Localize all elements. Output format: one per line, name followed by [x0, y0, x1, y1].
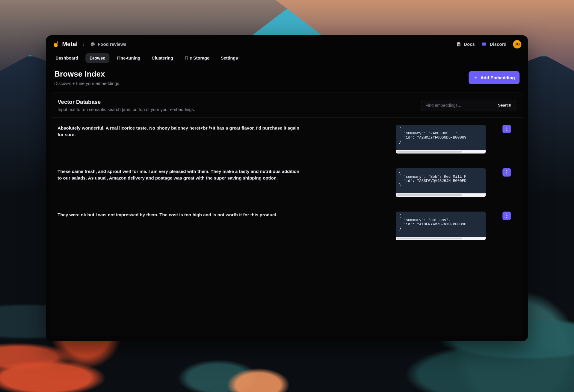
page-title: Browse Index	[54, 69, 120, 79]
embedding-text: They were ok but I was not impressed by …	[58, 212, 303, 218]
horizontal-scrollbar[interactable]	[396, 237, 486, 240]
plus-icon: ＋	[474, 75, 478, 80]
avatar[interactable]: JO	[513, 40, 522, 48]
tab-browse[interactable]: Browse	[85, 53, 109, 63]
horizontal-scrollbar[interactable]	[396, 150, 486, 154]
card-subtitle: Input text to run semantic search [ann] …	[58, 107, 195, 112]
embedding-json-code: { "summary": "FABULOUS...", "id": "A2WMZ…	[396, 125, 486, 150]
page-header: Browse Index Discover + tune your embedd…	[46, 68, 528, 92]
brand-logo-icon: 🤘	[52, 42, 59, 47]
docs-link[interactable]: Docs	[456, 42, 475, 47]
card-header: Vector Database Input text to run semant…	[51, 93, 523, 118]
breadcrumb-project: Food reviews	[98, 42, 126, 47]
breadcrumb-separator: /	[83, 42, 84, 47]
embedding-text: These came fresh, and sprout well for me…	[58, 168, 303, 181]
search-group: Search	[421, 100, 516, 111]
discord-label: Discord	[490, 42, 507, 47]
discord-icon	[481, 41, 487, 47]
brand[interactable]: 🤘 Metal	[52, 41, 78, 48]
embedding-json-preview: { "summary": "buttons", "id": "A1DFNY4MZ…	[396, 212, 486, 240]
search-button-label: Search	[498, 103, 511, 107]
brand-name: Metal	[62, 41, 78, 48]
embedding-json-preview: { "summary": "FABULOUS...", "id": "A2WMZ…	[396, 125, 486, 154]
search-button[interactable]: Search	[493, 100, 516, 111]
embedding-json-code: { "summary": "Bob's Red Mill P "id": "A3…	[396, 168, 486, 193]
embedding-row: Absolutely wonderful. A real licorice ta…	[51, 118, 523, 161]
add-embedding-label: Add Embedding	[481, 75, 515, 80]
breadcrumb[interactable]: Food reviews	[90, 42, 126, 47]
embedding-row: They were ok but I was not impressed by …	[51, 204, 523, 247]
embedding-json-preview: { "summary": "Bob's Red Mill P "id": "A3…	[396, 168, 486, 197]
card-title: Vector Database	[58, 99, 195, 105]
kebab-icon	[506, 213, 507, 218]
discord-link[interactable]: Discord	[481, 41, 507, 47]
kebab-icon	[506, 127, 507, 131]
embedding-rows: Absolutely wonderful. A real licorice ta…	[51, 118, 523, 247]
project-icon	[90, 42, 95, 47]
tab-clustering[interactable]: Clustering	[147, 53, 177, 63]
vector-db-card: Vector Database Input text to run semant…	[51, 92, 523, 336]
main-tabs: DashboardBrowseFine-tuningClusteringFile…	[46, 51, 528, 68]
embedding-row: These came fresh, and sprout well for me…	[51, 161, 523, 204]
avatar-initials: JO	[515, 42, 520, 46]
kebab-icon	[506, 170, 507, 174]
topbar: 🤘 Metal / Food reviews	[46, 35, 528, 51]
tab-file-storage[interactable]: File Storage	[180, 53, 214, 63]
horizontal-scrollbar[interactable]	[396, 193, 486, 197]
row-actions-menu-button[interactable]	[503, 212, 511, 220]
page-subtitle: Discover + tune your embeddings.	[54, 81, 120, 86]
add-embedding-button[interactable]: ＋ Add Embedding	[469, 71, 520, 84]
row-actions-menu-button[interactable]	[503, 168, 511, 177]
tab-fine-tuning[interactable]: Fine-tuning	[112, 53, 144, 63]
top-actions: Docs Discord JO	[456, 40, 522, 48]
tab-dashboard[interactable]: Dashboard	[51, 53, 82, 63]
app-window: 🤘 Metal / Food reviews	[46, 35, 528, 341]
row-actions-menu-button[interactable]	[503, 125, 511, 133]
docs-icon	[456, 42, 461, 47]
embedding-json-code: { "summary": "buttons", "id": "A1DFNY4MZ…	[396, 212, 486, 237]
docs-label: Docs	[464, 42, 475, 47]
embedding-text: Absolutely wonderful. A real licorice ta…	[58, 125, 303, 138]
tab-settings[interactable]: Settings	[217, 53, 242, 63]
search-input[interactable]	[421, 100, 493, 111]
